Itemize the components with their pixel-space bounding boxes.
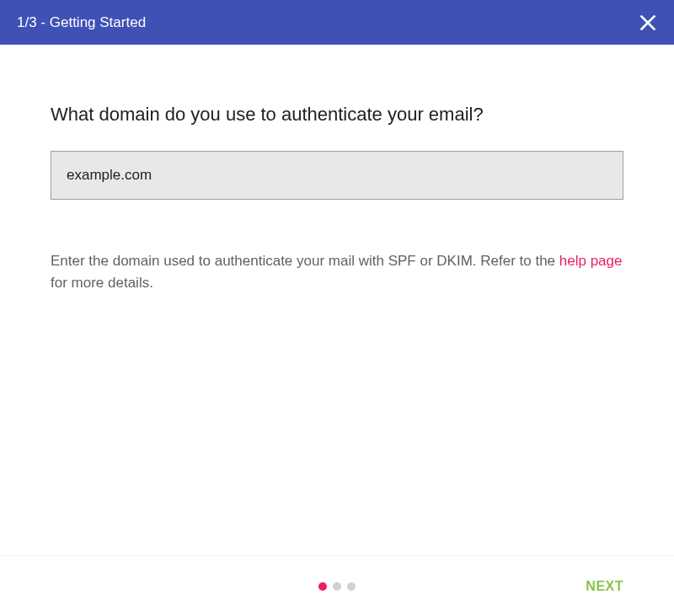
help-text: Enter the domain used to authenticate yo… bbox=[51, 250, 623, 295]
wizard-content: What domain do you use to authenticate y… bbox=[0, 45, 674, 555]
wizard-footer: NEXT bbox=[0, 555, 674, 616]
help-page-link[interactable]: help page bbox=[559, 253, 623, 269]
domain-input[interactable] bbox=[51, 151, 623, 200]
step-dot-1 bbox=[318, 582, 327, 591]
next-button[interactable]: NEXT bbox=[586, 579, 623, 594]
step-indicator bbox=[318, 582, 356, 591]
close-icon[interactable] bbox=[637, 12, 659, 34]
header-title: 1/3 - Getting Started bbox=[17, 14, 146, 31]
help-text-after: for more details. bbox=[51, 275, 153, 291]
step-dot-2 bbox=[333, 582, 341, 591]
wizard-header: 1/3 - Getting Started bbox=[0, 0, 674, 45]
step-dot-3 bbox=[347, 582, 356, 591]
help-text-before: Enter the domain used to authenticate yo… bbox=[51, 253, 559, 269]
question-heading: What domain do you use to authenticate y… bbox=[51, 104, 623, 126]
